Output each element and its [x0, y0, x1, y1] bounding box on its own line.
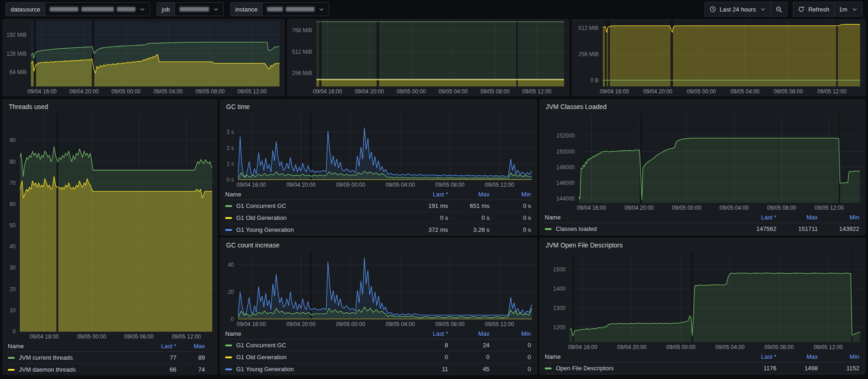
panel-title[interactable]: JVM Open File Descriptors [540, 238, 865, 252]
legend-header-col[interactable]: Last * [735, 353, 776, 360]
legend-header-name[interactable]: Name [225, 191, 407, 198]
legend-header-col[interactable]: Last * [148, 343, 176, 350]
zoom-out-icon [775, 6, 782, 13]
svg-text:09/05 04:00: 09/05 04:00 [716, 344, 745, 350]
legend-value: 0 [489, 354, 531, 361]
svg-text:09/05 08:00: 09/05 08:00 [196, 88, 225, 95]
panel-title[interactable]: Threads used [3, 100, 217, 114]
variable-instance[interactable]: instance [230, 2, 329, 16]
panel-title[interactable]: GC count increase [221, 238, 536, 252]
zoom-out-button[interactable] [770, 2, 787, 16]
gc-time-chart[interactable]: 3 s2 s1 s0 s09/04 16:0009/04 20:0009/05 … [221, 114, 536, 189]
svg-text:09/05 04:00: 09/05 04:00 [385, 321, 415, 327]
svg-text:768 MiB: 768 MiB [292, 27, 312, 34]
svg-text:09/04 20:00: 09/04 20:00 [624, 205, 654, 211]
legend-header-name[interactable]: Name [8, 343, 148, 350]
chart-canvas[interactable]: 768 MiB512 MiB256 MiB09/04 16:0009/04 20… [288, 20, 569, 96]
refresh-button[interactable]: Refresh [793, 2, 834, 16]
legend-table: NameLast *MaxMinOpen File Descriptors117… [540, 351, 865, 375]
threads-used-chart[interactable]: 908070605040302010009/04 18:0009/05 00:0… [3, 114, 217, 341]
svg-text:1200: 1200 [553, 324, 565, 331]
legend-series-name[interactable]: JVM daemon threads [8, 366, 148, 373]
svg-text:09/05 06:00: 09/05 06:00 [124, 333, 154, 340]
variable-datasource[interactable]: datasource [6, 2, 150, 16]
legend-series-name[interactable]: G1 Old Generation [225, 214, 407, 221]
variable-instance-value[interactable] [262, 2, 329, 16]
legend-value: 24 [448, 342, 489, 349]
legend-series-name[interactable]: G1 Concurrent GC [225, 202, 407, 209]
svg-text:20: 20 [10, 286, 16, 293]
legend-row: JVM current threads7789 [8, 352, 205, 364]
chart-canvas[interactable]: 3 s2 s1 s0 s09/04 16:0009/04 20:0009/05 … [221, 114, 536, 189]
open-file-descriptors-chart[interactable]: 150014001300120009/04 16:0009/04 20:0009… [540, 252, 865, 351]
redacted-text [82, 7, 114, 11]
legend-header-name[interactable]: Name [225, 330, 407, 337]
memory-chart-2[interactable]: 768 MiB512 MiB256 MiB09/04 16:0009/04 20… [288, 20, 569, 96]
legend-value: 66 [148, 366, 176, 373]
panel-title[interactable]: JVM Classes Loaded [540, 100, 865, 114]
panel-jvm-open-file-descriptors: JVM Open File Descriptors 15001400130012… [540, 238, 865, 374]
svg-text:150000: 150000 [556, 149, 575, 155]
chart-canvas[interactable]: 15200015000014800014600014400009/04 16:0… [540, 114, 865, 212]
svg-text:09/04 20:00: 09/04 20:00 [643, 88, 673, 95]
svg-text:0 s: 0 s [227, 177, 234, 183]
legend-value: 0 s [448, 214, 489, 221]
gc-count-chart[interactable]: 4020009/04 16:0009/04 20:0009/05 00:0009… [221, 252, 536, 328]
legend-series-name[interactable]: JVM current threads [8, 354, 148, 361]
legend-header-col[interactable]: Min [489, 191, 531, 198]
legend-header-col[interactable]: Last * [735, 214, 776, 221]
legend-header-col[interactable]: Min [818, 353, 859, 360]
svg-text:09/05 12:00: 09/05 12:00 [522, 88, 552, 95]
legend-series-name[interactable]: Classes loaded [545, 225, 735, 232]
chart-canvas[interactable]: 4020009/04 16:0009/04 20:0009/05 00:0009… [221, 252, 536, 328]
chart-canvas[interactable]: 512 MiB256 MiB0 B09/04 16:0009/04 20:000… [572, 20, 865, 96]
svg-text:09/04 16:00: 09/04 16:00 [568, 344, 598, 350]
legend-header-col[interactable]: Max [448, 191, 489, 198]
svg-text:148000: 148000 [556, 164, 575, 171]
chart-canvas[interactable]: 150014001300120009/04 16:0009/04 20:0009… [540, 252, 865, 351]
chevron-down-icon [140, 6, 145, 12]
time-range-picker[interactable]: Last 24 hours [705, 2, 771, 16]
legend-value: 1498 [776, 365, 818, 372]
legend-header-col[interactable]: Last * [407, 330, 448, 337]
memory-chart-3[interactable]: 512 MiB256 MiB0 B09/04 16:0009/04 20:000… [572, 20, 865, 96]
legend-series-name[interactable]: G1 Young Generation [225, 366, 407, 373]
svg-text:1 s: 1 s [227, 161, 234, 167]
legend-value: 45 [448, 366, 489, 373]
legend-header-col[interactable]: Min [489, 330, 531, 337]
svg-text:09/05 00:00: 09/05 00:00 [672, 205, 701, 211]
legend-series-name[interactable]: Open File Descriptors [545, 365, 735, 372]
variable-job-value[interactable] [175, 2, 224, 16]
legend-header-col[interactable]: Max [176, 343, 205, 350]
classes-loaded-chart[interactable]: 15200015000014800014600014400009/04 16:0… [540, 114, 865, 212]
legend-header-name[interactable]: Name [545, 353, 735, 360]
legend-value: 372 ms [407, 226, 448, 233]
legend-header-col[interactable]: Last * [407, 191, 448, 198]
legend-header-name[interactable]: Name [545, 214, 735, 221]
panel-title[interactable]: GC time [221, 100, 536, 114]
series-color-dash [225, 229, 232, 231]
legend-series-name[interactable]: G1 Concurrent GC [225, 342, 407, 349]
svg-text:09/05 00:00: 09/05 00:00 [336, 182, 366, 188]
legend-header-col[interactable]: Max [448, 330, 489, 337]
svg-text:09/05 00:00: 09/05 00:00 [666, 344, 696, 350]
svg-text:09/05 00:00: 09/05 00:00 [77, 333, 106, 340]
legend-header-col[interactable]: Min [818, 214, 859, 221]
svg-text:152000: 152000 [556, 132, 575, 139]
clock-icon [710, 6, 716, 12]
chart-canvas[interactable]: 908070605040302010009/04 18:0009/05 00:0… [3, 114, 217, 341]
legend-header-col[interactable]: Max [776, 214, 818, 221]
legend-value: 191 ms [407, 202, 448, 209]
legend-series-name[interactable]: G1 Young Generation [225, 226, 407, 233]
legend-row: G1 Old Generation000 [225, 351, 531, 363]
legend-series-name[interactable]: G1 Old Generation [225, 354, 407, 361]
svg-text:0: 0 [12, 328, 16, 335]
variable-datasource-value[interactable] [45, 2, 150, 16]
legend-value: 0 [489, 366, 531, 373]
memory-chart-1[interactable]: 192 MiB128 MiB64 MiB09/04 16:0009/04 20:… [3, 20, 284, 96]
chart-canvas[interactable]: 192 MiB128 MiB64 MiB09/04 16:0009/04 20:… [3, 20, 284, 96]
legend-header-col[interactable]: Max [776, 353, 818, 360]
legend-row: G1 Old Generation0 s0 s0 s [225, 212, 531, 224]
refresh-interval-picker[interactable]: 1m [834, 2, 862, 16]
variable-job[interactable]: job [157, 2, 223, 16]
